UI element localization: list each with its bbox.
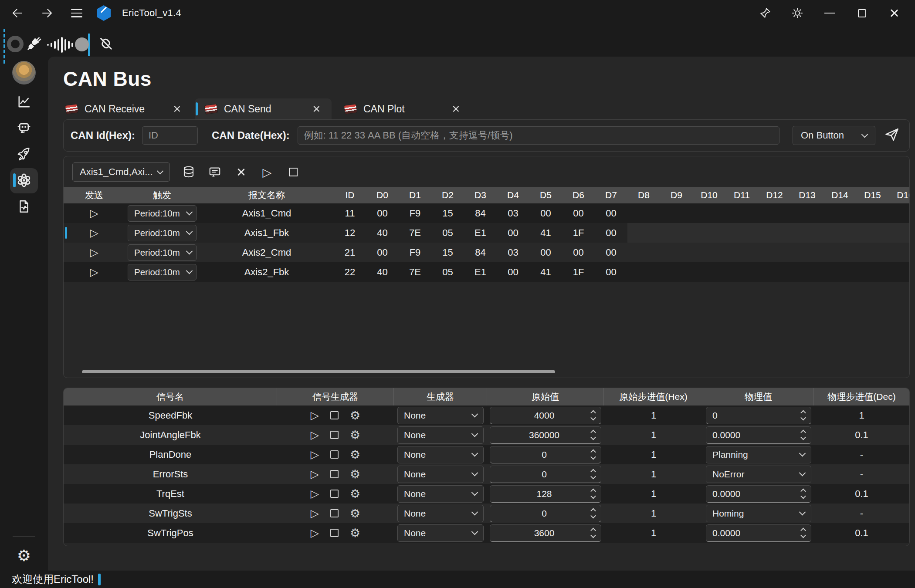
stop-send-icon[interactable] <box>286 165 301 179</box>
clear-icon[interactable] <box>234 165 248 179</box>
raw-value-spinner[interactable]: 360000 <box>490 426 601 444</box>
play-generator-icon[interactable]: ▷ <box>311 429 319 440</box>
trigger-select[interactable]: Period:10m <box>128 264 197 280</box>
connect-plug-icon[interactable] <box>25 34 43 55</box>
generator-select[interactable]: None <box>397 446 484 463</box>
spinner-buttons[interactable] <box>798 489 811 499</box>
pin-icon[interactable] <box>756 3 775 23</box>
forward-arrow-icon[interactable] <box>37 3 57 23</box>
trigger-select[interactable]: Period:10m <box>128 244 197 261</box>
sidebar-item-can-settings[interactable] <box>0 167 48 193</box>
status-ring-icon[interactable] <box>7 36 24 52</box>
close-button[interactable] <box>884 3 904 23</box>
generator-settings-icon[interactable]: ⚙ <box>350 429 360 441</box>
trigger-select[interactable]: Period:10m <box>128 225 197 241</box>
sidebar-item-robot[interactable] <box>0 115 48 141</box>
generator-checkbox[interactable] <box>330 450 339 459</box>
theme-toggle-icon[interactable] <box>788 3 807 23</box>
play-generator-icon[interactable]: ▷ <box>311 410 319 421</box>
send-row-button[interactable]: ▷ <box>64 247 125 258</box>
raw-value-spinner[interactable]: 128 <box>490 485 601 503</box>
raw-value-spinner[interactable]: 3600 <box>490 524 601 542</box>
phys-value-spinner[interactable]: 0.0000 <box>706 524 811 542</box>
phys-value-select[interactable]: Planning <box>706 446 811 463</box>
raw-value-spinner[interactable]: 0 <box>490 466 601 483</box>
spinner-buttons[interactable] <box>588 410 601 420</box>
back-arrow-icon[interactable] <box>8 3 27 23</box>
spinner-buttons[interactable] <box>588 528 601 538</box>
raw-value-spinner[interactable]: 0 <box>490 446 601 463</box>
generator-settings-icon[interactable]: ⚙ <box>350 507 360 519</box>
generator-settings-icon[interactable]: ⚙ <box>350 449 360 460</box>
generator-checkbox[interactable] <box>330 509 339 517</box>
send-button[interactable] <box>884 127 900 144</box>
sidebar-item-settings[interactable]: ⚙ <box>0 544 48 568</box>
generator-select[interactable]: None <box>397 407 484 424</box>
spinner-buttons[interactable] <box>588 489 601 499</box>
generator-select[interactable]: None <box>397 466 484 483</box>
generator-select[interactable]: None <box>397 505 484 522</box>
trigger-mode-select[interactable]: On Button <box>793 126 875 145</box>
spinner-buttons[interactable] <box>798 410 811 420</box>
phys-value-select[interactable]: Homing <box>706 505 811 522</box>
generator-select[interactable]: None <box>397 426 484 444</box>
phys-value-spinner[interactable]: 0.0000 <box>706 426 811 444</box>
raw-value-spinner[interactable]: 4000 <box>490 407 601 424</box>
maximize-button[interactable] <box>852 3 871 23</box>
message-row[interactable]: ▷ Period:10m Axis1_Cmd 11 00 F9 15 84 03… <box>64 203 909 223</box>
sidebar-item-log[interactable] <box>0 193 48 220</box>
message-row[interactable]: ▷ Period:10m Axis2_Cmd 21 00 F9 15 84 03… <box>64 243 909 262</box>
generator-settings-icon[interactable]: ⚙ <box>350 409 360 421</box>
spinner-buttons[interactable] <box>798 528 811 538</box>
play-generator-icon[interactable]: ▷ <box>311 527 319 538</box>
spinner-buttons[interactable] <box>588 449 601 460</box>
tab-can-send[interactable]: CAN Send <box>195 98 332 119</box>
horizontal-scrollbar[interactable] <box>82 370 555 373</box>
tab-can-plot[interactable]: CAN Plot <box>334 98 471 119</box>
phys-value-spinner[interactable]: 0 <box>706 407 811 424</box>
tab-close-icon[interactable] <box>173 105 181 113</box>
generator-settings-icon[interactable]: ⚙ <box>350 527 360 539</box>
spinner-buttons[interactable] <box>588 430 601 440</box>
sidebar-item-rocket[interactable] <box>0 141 48 167</box>
spinner-buttons[interactable] <box>588 469 601 479</box>
tab-close-icon[interactable] <box>452 105 460 113</box>
play-generator-icon[interactable]: ▷ <box>311 469 319 480</box>
generator-checkbox[interactable] <box>330 431 339 439</box>
message-row[interactable]: ▷ Period:10m Axis2_Fbk 22 40 7E 05 E1 00… <box>64 262 909 282</box>
unlink-icon[interactable] <box>97 34 115 55</box>
generator-settings-icon[interactable]: ⚙ <box>350 488 360 500</box>
generator-checkbox[interactable] <box>330 411 339 419</box>
send-row-button[interactable]: ▷ <box>64 227 125 238</box>
generator-select[interactable]: None <box>397 524 484 542</box>
send-row-button[interactable]: ▷ <box>64 267 125 277</box>
tab-close-icon[interactable] <box>312 105 320 113</box>
user-avatar[interactable] <box>12 61 36 84</box>
console-message-icon[interactable] <box>207 165 222 179</box>
message-row-selected[interactable]: ▷ Period:10m Axis1_Fbk 12 40 7E 05 E1 00… <box>64 223 909 243</box>
can-data-input[interactable] <box>298 126 779 145</box>
generator-select[interactable]: None <box>397 485 484 503</box>
database-icon[interactable] <box>181 165 196 179</box>
trigger-select[interactable]: Period:10m <box>128 205 197 222</box>
spinner-buttons[interactable] <box>798 430 811 440</box>
generator-checkbox[interactable] <box>330 490 339 498</box>
play-generator-icon[interactable]: ▷ <box>311 508 319 519</box>
send-row-button[interactable]: ▷ <box>64 208 125 219</box>
record-dot-icon[interactable] <box>75 37 89 51</box>
menu-icon[interactable] <box>67 3 86 23</box>
sidebar-item-charts[interactable] <box>0 89 48 115</box>
play-generator-icon[interactable]: ▷ <box>311 449 319 460</box>
minimize-button[interactable] <box>820 3 839 23</box>
message-group-select[interactable]: Axis1_Cmd,Axi... <box>72 162 170 182</box>
phys-value-select[interactable]: NoError <box>706 466 811 483</box>
generator-checkbox[interactable] <box>330 470 339 478</box>
waveform-icon[interactable] <box>47 37 77 53</box>
phys-value-spinner[interactable]: 0.0000 <box>706 485 811 503</box>
play-generator-icon[interactable]: ▷ <box>311 488 319 499</box>
generator-checkbox[interactable] <box>330 529 339 537</box>
generator-settings-icon[interactable]: ⚙ <box>350 468 360 480</box>
start-send-icon[interactable]: ▷ <box>260 165 274 179</box>
spinner-buttons[interactable] <box>588 508 601 518</box>
can-id-input[interactable] <box>142 126 198 145</box>
